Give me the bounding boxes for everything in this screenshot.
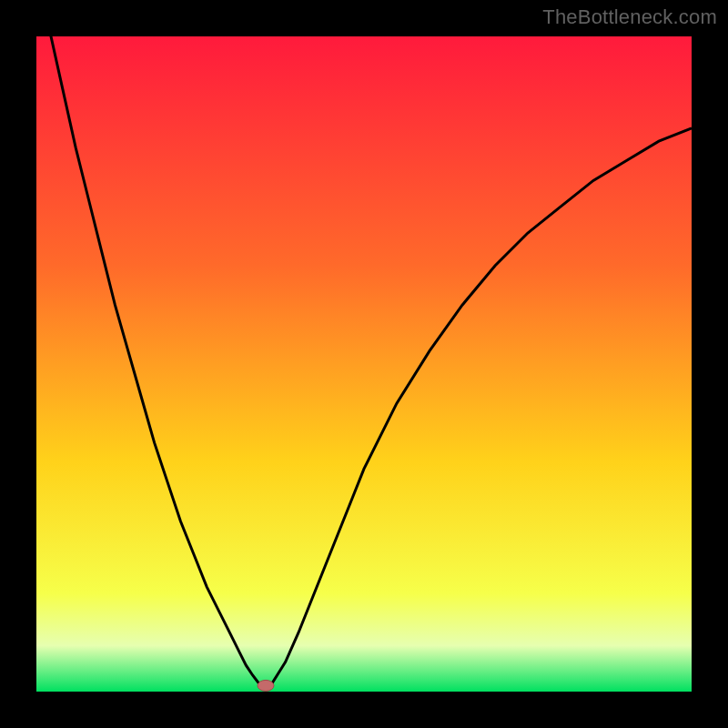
minimum-marker [258, 680, 274, 691]
plot-area [36, 36, 692, 692]
chart-frame: TheBottleneck.com [0, 0, 728, 728]
watermark-text: TheBottleneck.com [542, 5, 717, 29]
background-gradient [36, 36, 692, 692]
chart-svg [36, 36, 692, 692]
